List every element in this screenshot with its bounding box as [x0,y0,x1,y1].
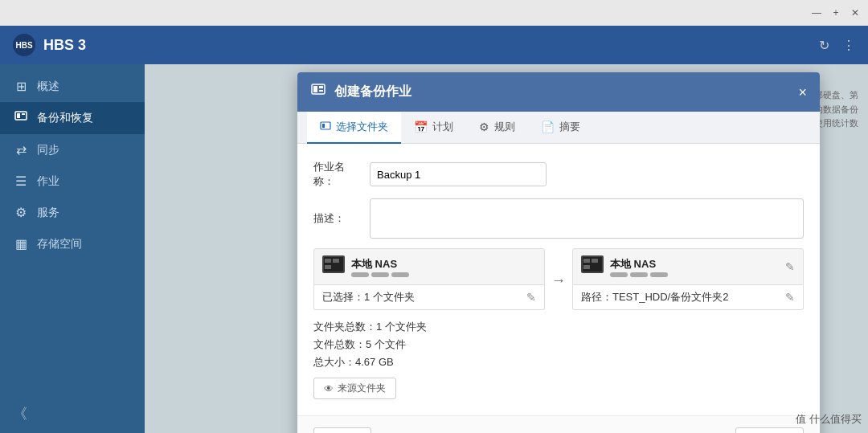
tab-rules[interactable]: ⚙ 规则 [466,112,528,144]
sidebar-item-storage[interactable]: ▦ 存储空间 [0,228,145,259]
sidebar: ⊞ 概述 备份和恢复 ⇄ 同步 ☰ 作业 [0,64,145,433]
sidebar-label-jobs: 作业 [37,174,59,189]
dest-nas-icon [581,255,604,278]
files-stat: 文件总数：5 个文件 [313,337,804,352]
sidebar-label-sync: 同步 [37,143,59,157]
job-name-row: 作业名称： [313,160,804,189]
sidebar-collapse-button[interactable]: 《 [0,394,145,433]
dest-nas-info: 本地 NAS [610,257,668,277]
source-path-row: 已选择：1 个文件夹 ✎ [313,285,545,310]
dialog-header-left: 创建备份作业 [310,82,411,102]
app-window: HBS HBS 3 ↻ ⋮ ⊞ 概述 [0,26,868,433]
summary-tab-icon: 📄 [541,121,555,133]
svg-rect-12 [333,259,339,263]
dest-nas-name: 本地 NAS [610,257,668,272]
app-header: HBS HBS 3 ↻ ⋮ [0,26,868,64]
folders-stat: 文件夹总数：1 个文件夹 [313,320,804,334]
logo-text: HBS [15,41,32,50]
tab-label-rules: 规则 [494,120,515,134]
sidebar-label-services: 服务 [37,206,59,220]
create-backup-dialog: 创建备份作业 × 选择文件夹 [297,72,820,433]
titlebar: — + ✕ [0,0,868,26]
app-logo: HBS [13,34,35,56]
svg-rect-1 [17,113,20,118]
overview-icon: ⊞ [13,79,29,94]
svg-rect-4 [313,86,317,92]
app-title: HBS 3 [43,37,86,54]
tab-label-schedule: 计划 [432,120,453,134]
source-nas-name: 本地 NAS [351,257,409,272]
dest-nas-edit-icon[interactable]: ✎ [785,260,795,273]
svg-rect-16 [583,259,590,263]
svg-rect-6 [319,90,323,92]
dest-nas-addr [610,272,668,277]
dest-path-edit-icon[interactable]: ✎ [785,291,795,304]
tab-label-select-folder: 选择文件夹 [336,120,388,134]
svg-rect-5 [319,86,323,88]
select-folder-tab-icon [320,121,331,134]
svg-rect-11 [325,259,331,263]
dialog-footer: 取消 下一步 [297,415,820,433]
svg-rect-7 [321,122,330,129]
sidebar-item-backup[interactable]: 备份和恢复 [0,102,145,134]
dest-path-text: 路径：TEST_HDD/备份文件夹2 [581,290,728,304]
dialog-header: 创建备份作业 × [297,72,820,112]
next-button[interactable]: 下一步 [735,427,804,433]
job-name-input[interactable] [370,162,547,186]
svg-rect-17 [592,259,598,263]
sidebar-label-storage: 存储空间 [37,237,82,251]
svg-rect-13 [325,265,331,269]
view-source-button[interactable]: 👁 来源文件夹 [313,378,396,399]
sidebar-label-backup: 备份和恢复 [37,111,93,125]
source-path-edit-icon[interactable]: ✎ [526,291,536,304]
refresh-icon[interactable]: ↻ [819,38,829,53]
dialog-header-icon [310,82,326,102]
eye-icon: 👁 [324,383,334,394]
dest-path-row: 路径：TEST_HDD/备份文件夹2 ✎ [572,285,804,310]
schedule-tab-icon: 📅 [414,121,428,133]
sidebar-item-services[interactable]: ⚙ 服务 [0,197,145,228]
services-icon: ⚙ [13,205,29,220]
more-icon[interactable]: ⋮ [842,38,855,53]
sidebar-label-overview: 概述 [37,80,59,94]
main-content: 支持多种存储方式，可以在外部硬盘、第三方云提供商上创建多个版本的数据备份作业。查… [145,64,868,433]
job-name-label: 作业名称： [313,160,362,189]
source-nas-left: 本地 NAS [322,255,409,278]
dest-nas-header: 本地 NAS ✎ [572,248,804,285]
svg-rect-18 [583,265,590,269]
desc-input[interactable] [370,198,804,239]
sidebar-item-sync[interactable]: ⇄ 同步 [0,134,145,165]
source-panel: 本地 NAS 已选择：1 个文件夹 ✎ [313,248,545,310]
transfer-arrow-icon: → [551,248,566,289]
svg-rect-8 [322,124,325,128]
dialog-close-button[interactable]: × [798,85,807,100]
jobs-icon: ☰ [13,174,29,189]
desc-row: 描述： [313,198,804,239]
sidebar-item-overview[interactable]: ⊞ 概述 [0,71,145,102]
cancel-button[interactable]: 取消 [313,427,371,433]
source-nas-header: 本地 NAS [313,248,545,285]
view-source-label: 来源文件夹 [338,382,386,395]
backup-icon [13,110,29,126]
sync-icon: ⇄ [13,142,29,157]
tab-label-summary: 摘要 [559,120,580,134]
svg-rect-2 [22,113,25,115]
dialog-tabs: 选择文件夹 📅 计划 ⚙ 规则 📄 摘要 [297,112,820,144]
watermark: 值 什么值得买 [796,412,862,427]
dest-nas-left: 本地 NAS [581,255,668,278]
size-stat: 总大小：4.67 GB [313,355,804,370]
rules-tab-icon: ⚙ [479,121,489,133]
close-window-button[interactable]: ✕ [849,6,862,19]
tab-summary[interactable]: 📄 摘要 [528,112,593,144]
storage-icon: ▦ [13,236,29,251]
source-nas-icon [322,255,345,278]
tab-schedule[interactable]: 📅 计划 [401,112,466,144]
stats-section: 文件夹总数：1 个文件夹 文件总数：5 个文件 总大小：4.67 GB 👁 来源… [313,320,804,399]
tab-select-folder[interactable]: 选择文件夹 [307,112,401,144]
sidebar-item-jobs[interactable]: ☰ 作业 [0,165,145,197]
minimize-button[interactable]: — [810,6,823,19]
maximize-button[interactable]: + [829,6,842,19]
source-nas-info: 本地 NAS [351,257,409,277]
dest-panel: 本地 NAS ✎ 路径：TEST_HDD/备份文件夹2 [572,248,804,310]
app-header-left: HBS HBS 3 [13,34,86,56]
